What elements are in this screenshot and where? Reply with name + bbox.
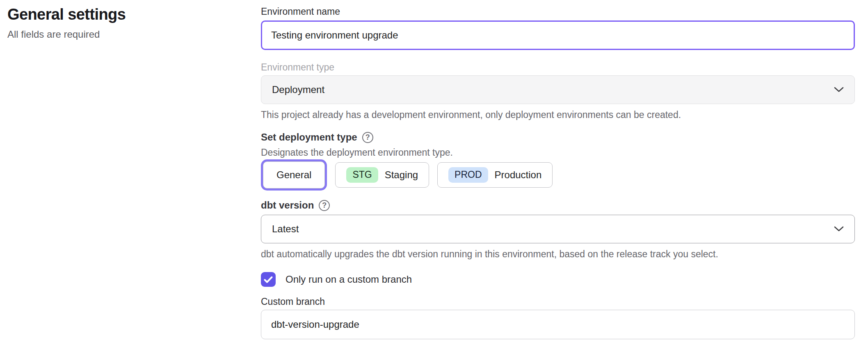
- dbt-version-label: dbt version: [261, 199, 314, 211]
- custom-branch-checkbox-row: Only run on a custom branch: [261, 272, 855, 287]
- dbt-version-value: Latest: [272, 223, 299, 235]
- environment-settings-form: Environment name Environment type Deploy…: [261, 6, 855, 339]
- environment-type-label: Environment type: [261, 61, 855, 73]
- deployment-option-general-label: General: [276, 169, 311, 181]
- chevron-down-icon: [834, 226, 844, 232]
- dbt-version-helper: dbt automatically upgrades the dbt versi…: [261, 248, 855, 260]
- help-icon[interactable]: ?: [362, 132, 373, 143]
- custom-branch-checkbox-label[interactable]: Only run on a custom branch: [286, 274, 412, 285]
- deployment-type-options: General STG Staging PROD Production: [261, 161, 855, 188]
- dbt-version-label-row: dbt version ?: [261, 199, 855, 211]
- deployment-option-staging-label: Staging: [385, 169, 418, 181]
- environment-type-helper: This project already has a development e…: [261, 109, 855, 120]
- prod-badge: PROD: [448, 167, 488, 182]
- deployment-option-production-label: Production: [495, 169, 542, 181]
- deployment-type-label: Set deployment type: [261, 131, 357, 143]
- environment-name-input[interactable]: [261, 20, 855, 50]
- environment-name-label: Environment name: [261, 6, 855, 17]
- environment-type-value: Deployment: [272, 84, 324, 95]
- custom-branch-input[interactable]: [261, 310, 855, 339]
- deployment-type-label-row: Set deployment type ?: [261, 131, 855, 143]
- page-title: General settings: [7, 5, 237, 24]
- chevron-down-icon: [834, 87, 844, 93]
- custom-branch-label: Custom branch: [261, 296, 855, 307]
- stg-badge: STG: [346, 167, 378, 182]
- page-subtitle: All fields are required: [7, 29, 237, 40]
- dbt-version-select[interactable]: Latest: [261, 215, 855, 243]
- deployment-option-staging[interactable]: STG Staging: [335, 162, 429, 188]
- deployment-option-general[interactable]: General: [263, 161, 325, 188]
- custom-branch-checkbox[interactable]: [261, 272, 276, 287]
- settings-header: General settings All fields are required: [7, 5, 237, 40]
- deployment-option-production[interactable]: PROD Production: [437, 162, 553, 188]
- environment-type-select[interactable]: Deployment: [261, 75, 855, 104]
- deployment-type-helper: Designates the deployment environment ty…: [261, 147, 855, 158]
- checkmark-icon: [264, 276, 273, 283]
- help-icon[interactable]: ?: [319, 200, 330, 211]
